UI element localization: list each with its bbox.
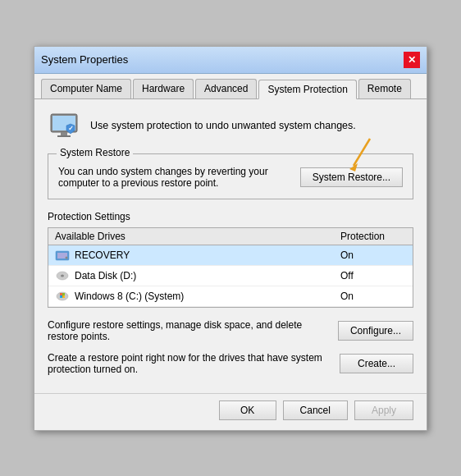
system-restore-description: You can undo system changes by reverting…	[58, 166, 292, 189]
ok-button[interactable]: OK	[219, 400, 276, 420]
create-row: Create a restore point right now for the…	[48, 352, 413, 375]
drive-icon-recovery	[55, 248, 70, 263]
table-row[interactable]: RECOVERY On	[48, 245, 413, 266]
cancel-button[interactable]: Cancel	[283, 400, 348, 420]
tab-computer-name[interactable]: Computer Name	[41, 79, 131, 98]
shield-computer-icon: ✓	[48, 109, 80, 142]
drive-protection-recovery: On	[340, 249, 406, 261]
system-restore-button[interactable]: System Restore...	[300, 167, 403, 187]
drive-icon-system	[55, 289, 70, 304]
tab-hardware[interactable]: Hardware	[133, 79, 194, 98]
svg-point-10	[66, 256, 68, 259]
close-button[interactable]: ✕	[404, 52, 420, 68]
table-row[interactable]: Data Disk (D:) Off	[48, 266, 413, 286]
dialog-buttons-bar: OK Cancel Apply	[34, 393, 427, 430]
system-restore-group: System Restore You can undo system chang…	[48, 153, 413, 199]
table-row[interactable]: Windows 8 (C:) (System) On	[48, 286, 413, 307]
system-restore-content: You can undo system changes by reverting…	[58, 166, 403, 189]
svg-rect-16	[62, 293, 65, 295]
content-area: ✓ Use system protection to undo unwanted…	[34, 99, 427, 393]
apply-button[interactable]: Apply	[354, 400, 413, 420]
svg-rect-17	[60, 295, 62, 298]
tab-bar: Computer Name Hardware Advanced System P…	[34, 74, 427, 99]
create-description: Create a restore point right now for the…	[48, 352, 331, 375]
svg-line-6	[354, 139, 370, 166]
svg-rect-3	[57, 135, 71, 137]
system-properties-dialog: System Properties ✕ Computer Name Hardwa…	[34, 46, 427, 431]
svg-text:✓: ✓	[68, 125, 74, 132]
svg-rect-18	[62, 295, 65, 298]
tab-advanced[interactable]: Advanced	[195, 79, 257, 98]
protection-settings-label: Protection Settings	[48, 211, 413, 222]
table-header: Available Drives Protection	[48, 228, 413, 245]
drive-protection-data: Off	[340, 270, 406, 281]
protection-settings-group: Protection Settings Available Drives Pro…	[48, 211, 413, 308]
drives-table: Available Drives Protection RECOVERY On	[48, 227, 413, 308]
col-header-drives: Available Drives	[55, 231, 340, 242]
drive-protection-system: On	[340, 291, 406, 302]
tab-system-protection[interactable]: System Protection	[258, 80, 356, 99]
svg-point-12	[61, 274, 64, 277]
title-bar: System Properties ✕	[34, 47, 427, 74]
create-button[interactable]: Create...	[340, 354, 413, 373]
svg-rect-2	[61, 132, 67, 135]
header-section: ✓ Use system protection to undo unwanted…	[48, 109, 413, 142]
drive-name-recovery: RECOVERY	[75, 249, 340, 261]
configure-button[interactable]: Configure...	[338, 321, 413, 341]
header-description: Use system protection to undo unwanted s…	[90, 120, 356, 131]
svg-rect-15	[60, 293, 62, 295]
drive-icon-data	[55, 268, 70, 283]
drive-name-data: Data Disk (D:)	[75, 270, 340, 281]
col-header-protection: Protection	[340, 231, 406, 242]
window-title: System Properties	[41, 53, 128, 66]
tab-remote[interactable]: Remote	[358, 79, 411, 98]
drive-name-system: Windows 8 (C:) (System)	[75, 291, 340, 302]
configure-description: Configure restore settings, manage disk …	[48, 319, 330, 342]
configure-row: Configure restore settings, manage disk …	[48, 319, 413, 342]
system-restore-label: System Restore	[57, 147, 133, 158]
